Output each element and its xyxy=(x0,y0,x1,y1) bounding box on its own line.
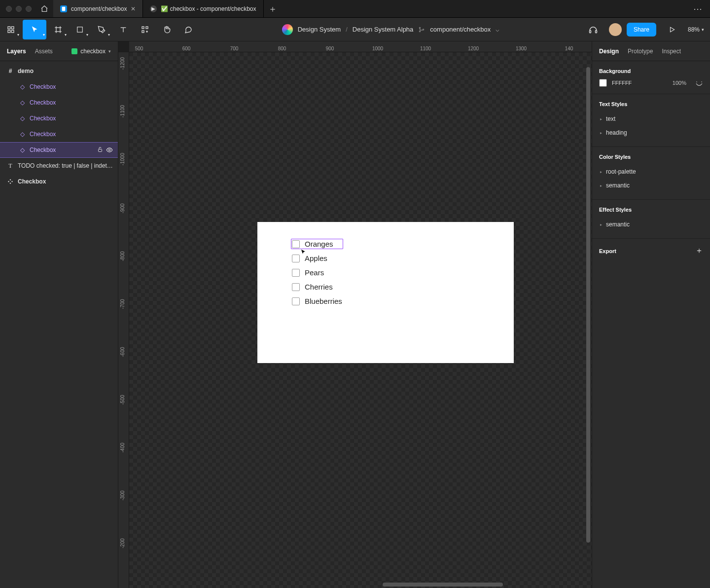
checkbox-instance[interactable]: Cherries xyxy=(292,283,342,291)
tab-file-1[interactable]: component/checkbox ✕ xyxy=(53,0,143,17)
team-logo-icon[interactable] xyxy=(282,24,293,35)
expand-icon: ▸ xyxy=(600,170,602,174)
home-button[interactable] xyxy=(36,0,53,18)
zoom-control[interactable]: 88% ▾ xyxy=(688,26,704,33)
expand-icon: ▸ xyxy=(600,117,602,121)
color-swatch[interactable] xyxy=(599,79,607,87)
checkbox-instance[interactable]: Blueberries xyxy=(292,297,342,305)
main-menu-button[interactable]: ▾ xyxy=(1,20,21,39)
svg-rect-28 xyxy=(10,183,11,184)
layer-row-instance[interactable]: ◇ Checkbox xyxy=(0,95,118,110)
present-button[interactable] xyxy=(662,20,682,39)
svg-rect-13 xyxy=(146,27,148,29)
share-button[interactable]: Share xyxy=(627,23,656,37)
close-icon[interactable]: ✕ xyxy=(131,5,136,12)
section-title: Text Styles xyxy=(599,101,703,107)
checkbox-instance-selected[interactable]: Oranges xyxy=(291,239,343,249)
checkbox-label: Pears xyxy=(305,268,324,277)
resources-tool[interactable] xyxy=(135,20,155,39)
tab-assets[interactable]: Assets xyxy=(35,48,53,55)
svg-rect-27 xyxy=(11,181,13,183)
chevron-down-icon[interactable]: ⌵ xyxy=(496,26,499,33)
layer-row-text[interactable]: T TODO checked: true | false | indet… xyxy=(0,158,118,174)
add-export-button[interactable]: ＋ xyxy=(695,246,703,256)
checkbox-box-icon xyxy=(292,255,300,262)
new-tab-button[interactable]: ＋ xyxy=(264,0,282,17)
tab-design[interactable]: Design xyxy=(599,48,619,55)
tab-file-2[interactable]: ▶ ✅ checkbox - component/checkbox xyxy=(143,0,263,17)
ruler-horizontal: 500 600 700 800 900 1000 1100 1200 1300 … xyxy=(129,41,592,52)
zoom-value: 88% xyxy=(688,26,700,33)
style-row[interactable]: ▸ root-palette xyxy=(599,165,703,179)
breadcrumb-project[interactable]: Design System Alpha xyxy=(353,26,414,33)
style-row[interactable]: ▸ semantic xyxy=(599,218,703,231)
text-icon: T xyxy=(7,162,14,170)
frame-tool[interactable]: ▾ xyxy=(48,20,68,39)
lock-icon[interactable] xyxy=(97,147,103,153)
svg-rect-3 xyxy=(8,30,10,33)
overflow-menu-icon[interactable]: ⋯ xyxy=(685,3,710,14)
expand-icon: ▸ xyxy=(600,184,602,188)
canvas-scrollbar-horizontal[interactable] xyxy=(268,582,555,587)
background-hex[interactable]: FFFFFF xyxy=(612,80,632,86)
style-name: semantic xyxy=(606,221,630,228)
checkbox-instance[interactable]: Apples xyxy=(292,254,342,262)
export-section: Export ＋ xyxy=(592,239,710,263)
avatar[interactable] xyxy=(609,23,622,36)
layer-row-frame[interactable]: # demo xyxy=(0,63,118,79)
hand-tool[interactable] xyxy=(157,20,177,39)
style-name: heading xyxy=(606,129,627,136)
shape-tool[interactable]: ▾ xyxy=(70,20,90,39)
breadcrumb-file[interactable]: component/checkbox xyxy=(430,26,491,33)
artboard-demo[interactable]: Oranges Apples Pears Cherries xyxy=(257,222,514,363)
layer-row-instance[interactable]: ◇ Checkbox xyxy=(0,110,118,126)
background-section: Background FFFFFF 100% xyxy=(592,61,710,94)
style-name: root-palette xyxy=(606,168,636,175)
background-opacity[interactable]: 100% xyxy=(673,80,686,86)
layer-row-instance-selected[interactable]: ◇ Checkbox xyxy=(0,142,118,158)
style-name: text xyxy=(606,115,615,122)
tab-prototype[interactable]: Prototype xyxy=(628,48,653,55)
visibility-icon[interactable] xyxy=(106,147,113,153)
audio-chat-button[interactable] xyxy=(583,20,603,39)
left-panel-tabs: Layers Assets checkbox ▾ xyxy=(0,41,118,61)
svg-rect-21 xyxy=(595,30,597,33)
chevron-down-icon: ▾ xyxy=(86,33,88,37)
move-tool[interactable]: ▾ xyxy=(23,20,46,39)
layers-tree: # demo ◇ Checkbox ◇ Checkbox ◇ Checkbox … xyxy=(0,61,118,588)
background-fill-row[interactable]: FFFFFF 100% xyxy=(599,79,703,87)
window-minimize-icon[interactable] xyxy=(16,6,22,12)
ruler-tick: 800 xyxy=(278,46,286,51)
window-close-icon[interactable] xyxy=(6,6,12,12)
branch-icon xyxy=(418,26,425,33)
breadcrumb-separator: / xyxy=(346,26,348,33)
tab-layers[interactable]: Layers xyxy=(7,48,26,55)
checkbox-instance[interactable]: Pears xyxy=(292,268,342,277)
ruler-tick: -900 xyxy=(120,203,125,213)
tab-inspect[interactable]: Inspect xyxy=(662,48,681,55)
pen-tool[interactable]: ▾ xyxy=(92,20,111,39)
window-zoom-icon[interactable] xyxy=(26,6,32,12)
ruler-tick: -400 xyxy=(120,442,125,452)
canvas-stage[interactable]: Oranges Apples Pears Cherries xyxy=(129,52,592,588)
tab-label: component/checkbox xyxy=(71,5,127,12)
layer-row-instance[interactable]: ◇ Checkbox xyxy=(0,126,118,142)
canvas[interactable]: 500 600 700 800 900 1000 1100 1200 1300 … xyxy=(118,41,592,588)
style-row[interactable]: ▸ semantic xyxy=(599,179,703,192)
visibility-toggle-icon[interactable] xyxy=(695,79,703,87)
canvas-scrollbar-vertical[interactable] xyxy=(586,67,591,573)
layer-row-component[interactable]: Checkbox xyxy=(0,174,118,189)
effect-styles-section: Effect Styles ▸ semantic xyxy=(592,200,710,239)
style-row[interactable]: ▸ heading xyxy=(599,126,703,140)
svg-point-19 xyxy=(423,29,424,30)
breadcrumb-team[interactable]: Design System xyxy=(298,26,341,33)
svg-rect-23 xyxy=(99,149,102,152)
checkbox-label: Cherries xyxy=(305,283,333,291)
svg-line-30 xyxy=(702,81,702,82)
text-tool[interactable] xyxy=(113,20,133,39)
page-selector[interactable]: checkbox ▾ xyxy=(71,48,111,55)
layer-row-instance[interactable]: ◇ Checkbox xyxy=(0,79,118,95)
comment-tool[interactable] xyxy=(178,20,198,39)
checkbox-box-icon xyxy=(292,283,300,291)
style-row[interactable]: ▸ text xyxy=(599,112,703,126)
